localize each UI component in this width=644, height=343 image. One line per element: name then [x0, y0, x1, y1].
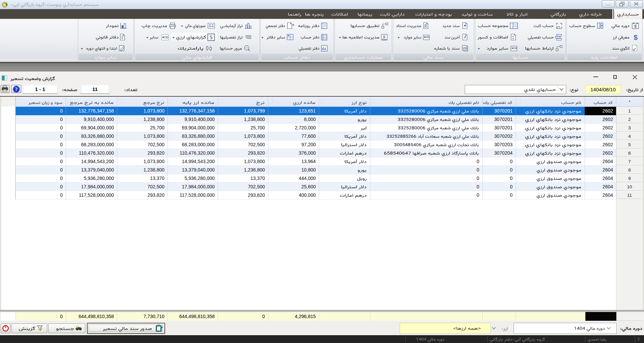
svg-text:$: $ [634, 24, 637, 29]
svg-text:23: 23 [463, 46, 466, 50]
svg-text:$: $ [210, 34, 213, 40]
svg-text:?: ? [15, 87, 18, 92]
svg-text:+: + [512, 35, 514, 38]
